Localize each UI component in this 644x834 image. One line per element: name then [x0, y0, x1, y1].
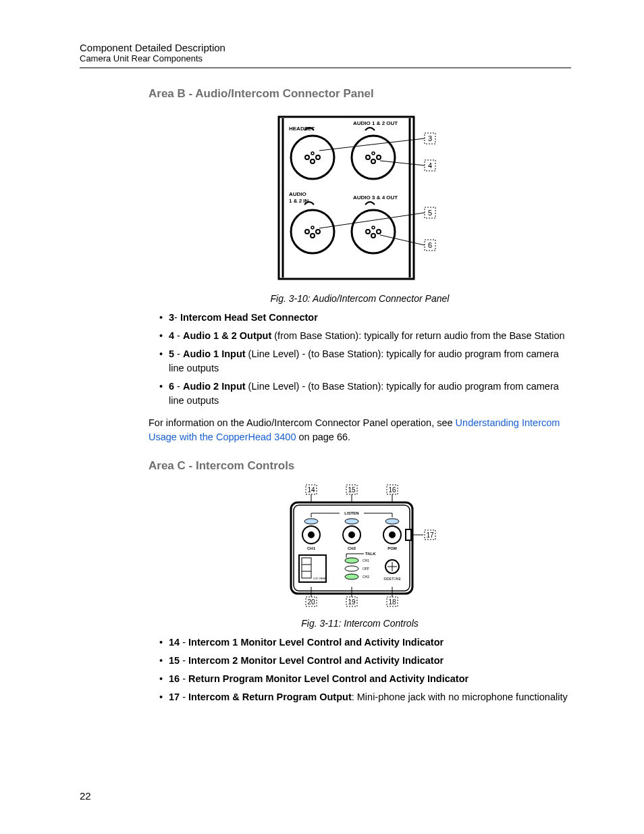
- running-header: Component Detailed Description Camera Un…: [80, 42, 571, 63]
- svg-point-18: [352, 210, 395, 253]
- label-audio12out: AUDIO 1 & 2 OUT: [353, 120, 398, 126]
- label-audio12in-2: 1 & 2 IN: [289, 198, 309, 204]
- svg-text:SIDETONE: SIDETONE: [383, 577, 401, 581]
- svg-text:OFF: OFF: [363, 567, 369, 571]
- label-headset: HEADSET: [289, 126, 315, 132]
- svg-text:LISTEN: LISTEN: [344, 511, 358, 515]
- svg-rect-57: [302, 558, 311, 578]
- svg-text:PGM: PGM: [387, 546, 397, 550]
- svg-point-45: [345, 519, 358, 524]
- heading-area-c: Area C - Intercom Controls: [149, 459, 571, 473]
- svg-point-44: [308, 532, 314, 538]
- label-audio12in-1: AUDIO: [289, 191, 306, 197]
- svg-text:5: 5: [428, 209, 432, 217]
- body-content: Area B - Audio/Intercom Connector Panel: [80, 87, 571, 704]
- bullet-item: 14 - Intercom 1 Monitor Level Control an…: [159, 635, 571, 650]
- svg-text:CH1: CH1: [363, 558, 369, 563]
- bullet-item: 17 - Intercom & Return Program Output: M…: [159, 690, 571, 704]
- svg-point-3: [291, 136, 334, 179]
- svg-text:17: 17: [426, 531, 434, 539]
- svg-point-68: [345, 574, 358, 579]
- svg-text:4: 4: [428, 161, 432, 170]
- area-b-bullet-list: 3- Intercom Head Set Connector 4 - Audio…: [149, 311, 571, 408]
- svg-text:19: 19: [348, 598, 356, 606]
- header-rule: [80, 68, 571, 68]
- svg-text:LOC REM: LOC REM: [313, 577, 325, 580]
- bullet-item: 16 - Return Program Monitor Level Contro…: [159, 672, 571, 686]
- connector-panel-diagram: HEADSET AUDIO 1 & 2 OUT AUDIO 1 & 2 IN A…: [272, 110, 448, 286]
- svg-text:16: 16: [388, 486, 396, 494]
- area-b-paragraph: For information on the Audio/Intercom Co…: [149, 416, 571, 444]
- figure-3-11-caption: Fig. 3-11: Intercom Controls: [149, 618, 571, 629]
- svg-text:20: 20: [307, 598, 315, 606]
- label-audio34out: AUDIO 3 & 4 OUT: [353, 194, 398, 201]
- svg-point-42: [304, 519, 318, 524]
- svg-text:6: 6: [428, 241, 432, 249]
- heading-area-b: Area B - Audio/Intercom Connector Panel: [149, 87, 571, 101]
- page-number: 22: [80, 790, 91, 802]
- header-title: Component Detailed Description: [80, 42, 571, 53]
- svg-text:TALK: TALK: [365, 552, 376, 556]
- figure-3-10-caption: Fig. 3-10: Audio/Intercom Connector Pane…: [149, 293, 571, 304]
- area-c-bullet-list: 14 - Intercom 1 Monitor Level Control an…: [149, 635, 571, 704]
- svg-point-64: [345, 558, 358, 563]
- header-subtitle: Camera Unit Rear Components: [80, 53, 571, 63]
- svg-point-47: [349, 532, 354, 538]
- svg-point-50: [390, 532, 395, 538]
- svg-text:14: 14: [307, 486, 315, 494]
- svg-point-48: [385, 519, 399, 524]
- bullet-item: 6 - Audio 2 Input (Line Level) - (to Bas…: [159, 380, 571, 408]
- bullet-item: 15 - Intercom 2 Monitor Level Control an…: [159, 654, 571, 668]
- svg-rect-54: [406, 529, 411, 540]
- svg-point-66: [345, 566, 358, 571]
- svg-text:18: 18: [388, 598, 396, 606]
- svg-text:3: 3: [428, 134, 432, 142]
- bullet-item: 3- Intercom Head Set Connector: [159, 311, 571, 325]
- bullet-item: 4 - Audio 1 & 2 Output (from Base Statio…: [159, 329, 571, 343]
- figure-3-10: HEADSET AUDIO 1 & 2 OUT AUDIO 1 & 2 IN A…: [149, 110, 571, 304]
- page: Component Detailed Description Camera Un…: [0, 0, 644, 834]
- svg-point-8: [352, 136, 395, 179]
- svg-point-13: [291, 210, 334, 253]
- bullet-item: 5 - Audio 1 Input (Line Level) - (to Bas…: [159, 347, 571, 375]
- svg-text:CH2: CH2: [348, 546, 356, 550]
- svg-text:CH2: CH2: [363, 575, 369, 579]
- figure-3-11: LISTEN CH1 CH2 PGM: [149, 482, 571, 629]
- svg-text:CH1: CH1: [307, 546, 316, 550]
- svg-text:15: 15: [348, 486, 356, 494]
- intercom-controls-diagram: LISTEN CH1 CH2 PGM: [279, 482, 441, 610]
